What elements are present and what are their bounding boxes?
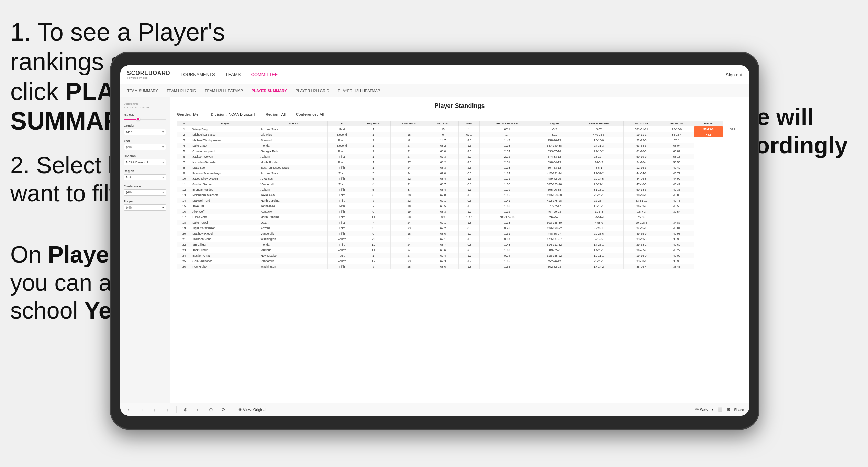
nav-bar: SCOREBOARD Powered by dippi TOURNAMENTS … xyxy=(120,65,749,84)
toolbar-refresh-btn[interactable]: ⟳ xyxy=(220,406,227,413)
cell-14-12: 40.55 xyxy=(659,203,694,209)
table-body: 1Wenyi DingArizona StateFirst1115167.1-3… xyxy=(177,126,742,269)
no-rds-slider[interactable] xyxy=(124,119,166,120)
nav-signout[interactable]: Sign out xyxy=(726,70,742,79)
cell-16-7: 1.47 xyxy=(458,214,479,220)
toolbar-circle-btn[interactable]: ○ xyxy=(194,406,202,413)
toolbar-dots-btn[interactable]: ⊙ xyxy=(207,406,215,413)
cell-20-0: 21 xyxy=(177,236,191,242)
nav-committee[interactable]: COMMITTEE xyxy=(251,70,278,79)
cell-22-3: Fourth xyxy=(328,247,356,253)
cell-24-8: 1.65 xyxy=(480,258,535,264)
cell-12-5: 30 xyxy=(391,192,427,198)
cell-12-8: 1.15 xyxy=(480,192,535,198)
cell-19-10: 20-25-6 xyxy=(574,231,624,236)
cell-8-7: -0.5 xyxy=(458,170,479,176)
cell-15-7: -1.7 xyxy=(458,209,479,214)
cell-9-7: -1.5 xyxy=(458,176,479,181)
cell-0-11: 381-61-11 xyxy=(624,126,659,132)
toolbar-sep2 xyxy=(233,406,233,413)
gender-select[interactable]: Men ▾ xyxy=(124,129,166,135)
toolbar-up-btn[interactable]: ↑ xyxy=(151,406,158,413)
cell-2-7: -2.0 xyxy=(458,137,479,143)
cell-17-6: 69.1 xyxy=(427,220,459,225)
cell-17-1: Luke Powell xyxy=(191,220,259,225)
gender-value: Men xyxy=(126,130,132,134)
cell-18-12: 43.81 xyxy=(659,225,694,231)
eye-icon-2: 👁 xyxy=(695,407,699,411)
toolbar-sep1 xyxy=(176,406,177,413)
chevron-down-icon-6: ▾ xyxy=(162,206,164,209)
share-btn[interactable]: Share xyxy=(734,408,744,412)
table-row: 15Jake HallTennesseeFifth71868.5-1.51.66… xyxy=(177,203,742,209)
division-select[interactable]: NCAA Division I ▾ xyxy=(124,159,166,165)
cell-22-1: Jack Lundin xyxy=(191,247,259,253)
toolbar-add-btn[interactable]: ⊕ xyxy=(182,406,189,413)
cell-0-4: 1 xyxy=(356,126,391,132)
region-select[interactable]: N/A ▾ xyxy=(124,174,166,180)
cell-20-3: Fourth xyxy=(328,236,356,242)
cell-14-10: 13-18-1 xyxy=(574,203,624,209)
cell-9-10: 20-14-5 xyxy=(574,176,624,181)
cell-21-0: 22 xyxy=(177,242,191,247)
cell-23-4: 1 xyxy=(356,253,391,258)
cell-21-4: 10 xyxy=(356,242,391,247)
toolbar-back-btn[interactable]: ← xyxy=(125,406,133,413)
bottom-toolbar: ← → ↑ ↓ ⊕ ○ ⊙ ⟳ 👁 View: Original 👁 Watch… xyxy=(120,403,749,416)
subnav-team-summary[interactable]: TEAM SUMMARY xyxy=(127,88,158,94)
cell-20-4: 23 xyxy=(356,236,391,242)
cell-20-8: 0.87 xyxy=(480,236,535,242)
nav-tournaments[interactable]: TOURNAMENTS xyxy=(181,70,215,79)
nav-teams[interactable]: TEAMS xyxy=(225,70,241,79)
sidebar-player: Player (All) ▾ xyxy=(124,200,166,211)
cell-3-12: 68.04 xyxy=(659,143,694,148)
chevron-down-icon-5: ▾ xyxy=(162,191,164,194)
watch-btn[interactable]: 👁 Watch ▾ xyxy=(695,407,714,412)
cell-5-12: 58.18 xyxy=(659,154,694,159)
cell-1-12: 35-16-4 xyxy=(659,132,694,137)
cell-10-7: -0.8 xyxy=(458,181,479,187)
filter-gender-value: Men xyxy=(193,112,200,116)
logo-text: SCOREBOARD xyxy=(127,70,170,76)
division-value: NCAA Division I xyxy=(126,160,148,164)
cell-25-4: 7 xyxy=(356,264,391,269)
cell-6-0: 7 xyxy=(177,159,191,165)
cell-6-4: 1 xyxy=(356,159,391,165)
cell-11-10: 31-15-1 xyxy=(574,187,624,192)
toolbar-down-btn[interactable]: ↓ xyxy=(164,406,171,413)
cell-14-6: 68.5 xyxy=(427,203,459,209)
subnav-team-h2h-grid[interactable]: TEAM H2H GRID xyxy=(167,88,196,94)
cell-12-0: 13 xyxy=(177,192,191,198)
sidebar-player-label: Player xyxy=(124,200,166,203)
subnav-player-summary[interactable]: PLAYER SUMMARY xyxy=(252,88,287,94)
subnav-player-h2h-heatmap[interactable]: PLAYER H2H HEATMAP xyxy=(338,88,380,94)
cell-10-11: 47-40-3 xyxy=(624,181,659,187)
cell-5-2: Auburn xyxy=(259,154,328,159)
conference-select[interactable]: (All) ▾ xyxy=(124,189,166,196)
col-points: Points xyxy=(694,121,723,126)
table-row: 22Ian GilliganFloridaThird102468.7-0.81.… xyxy=(177,242,742,247)
cell-8-2: Arizona State xyxy=(259,170,328,176)
cell-13-10: 22-26-7 xyxy=(574,198,624,203)
logo-area: SCOREBOARD Powered by dippi xyxy=(127,70,170,79)
cell-7-2: East Tennessee State xyxy=(259,165,328,170)
cell-24-9: 452-96-12 xyxy=(535,258,574,264)
cell-11-3: Fifth xyxy=(328,187,356,192)
cell-24-0: 25 xyxy=(177,258,191,264)
toolbar-icon-1[interactable]: ⬜ xyxy=(718,407,723,412)
cell-1-2: Ole Miss xyxy=(259,132,328,137)
table-row: 3Michael ThorbjornsenStanfordFourth2814.… xyxy=(177,137,742,143)
col-rank: # xyxy=(177,121,191,126)
toolbar-forward-btn[interactable]: → xyxy=(138,406,146,413)
cell-8-1: Preston Summerhays xyxy=(191,170,259,176)
subnav-team-h2h-heatmap[interactable]: TEAM H2H HEATMAP xyxy=(205,88,243,94)
toolbar-icon-2[interactable]: ⊞ xyxy=(727,407,730,412)
cell-9-5: 22 xyxy=(391,176,427,181)
table-header-row: # Player School Yr Reg Rank Conf Rank No… xyxy=(177,121,742,126)
cell-24-5: 23 xyxy=(391,258,427,264)
slider-thumb[interactable] xyxy=(136,117,140,121)
year-select[interactable]: (All) ▾ xyxy=(124,144,166,150)
player-select[interactable]: (All) ▾ xyxy=(124,204,166,211)
cell-12-7: -1.0 xyxy=(458,192,479,198)
subnav-player-h2h-grid[interactable]: PLAYER H2H GRID xyxy=(296,88,329,94)
